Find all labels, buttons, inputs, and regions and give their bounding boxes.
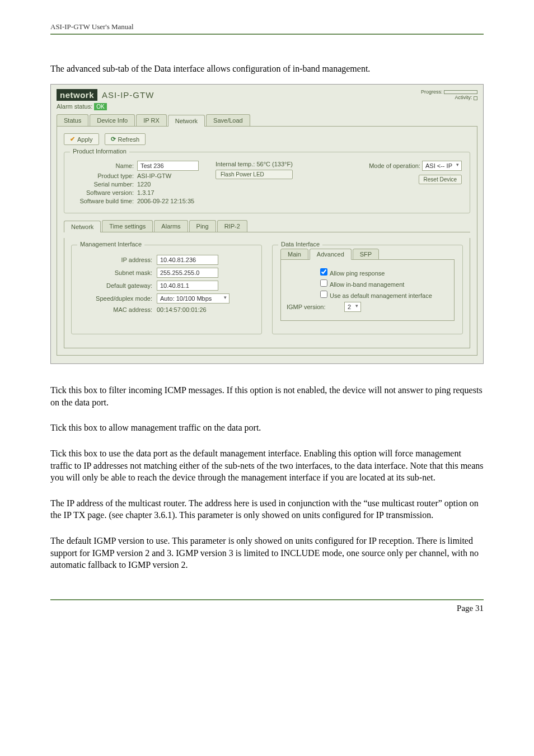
speed-label: Speed/duplex mode: (79, 295, 152, 302)
page-number: Page 31 (457, 604, 484, 613)
check-icon: ✔ (70, 136, 75, 143)
mgmt-legend: Management Interface (77, 241, 144, 248)
app-screenshot: network ASI-IP-GTW Progress: Activity: A… (50, 84, 484, 365)
sw-value: 1.3.17 (137, 189, 154, 196)
apply-button[interactable]: ✔Apply (64, 133, 99, 145)
product-info-fieldset: Product Information Name: Product type:A… (64, 152, 470, 213)
alarm-status-badge: OK (94, 103, 106, 110)
activity-label: Activity: (455, 95, 472, 100)
ip-input[interactable] (157, 255, 218, 265)
gw-label: Default gateway: (79, 282, 152, 289)
build-value: 2006-09-22 12:15:35 (137, 198, 194, 204)
manual-title: ASI-IP-GTW User's Manual (50, 22, 134, 31)
allow-ping-checkbox[interactable] (320, 268, 327, 276)
para-igmp: The default IGMP version to use. This pa… (50, 535, 484, 571)
serial-label: Serial number: (72, 181, 134, 188)
alarm-label: Alarm status: (57, 103, 92, 110)
tab-ip-rx[interactable]: IP RX (136, 114, 167, 126)
data-if-legend: Data Interface (278, 241, 322, 248)
subtab-time-settings[interactable]: Time settings (102, 220, 153, 232)
allow-inband-label: Allow in-band management (330, 281, 404, 288)
para-allow-inband: Tick this box to allow management traffi… (50, 422, 484, 434)
mac-value: 00:14:57:00:01:26 (157, 306, 207, 313)
temp-value: 56°C (133°F) (256, 161, 292, 167)
gw-input[interactable] (157, 281, 218, 291)
data-tab-main[interactable]: Main (280, 249, 308, 260)
tab-device-info[interactable]: Device Info (90, 114, 135, 126)
product-info-legend: Product Information (70, 148, 129, 155)
use-default-label: Use as default management interface (330, 292, 432, 299)
mode-label: Mode of operation: (369, 162, 420, 169)
use-default-checkbox[interactable] (320, 291, 327, 298)
ip-label: IP address: (79, 256, 152, 263)
name-label: Name: (72, 162, 134, 169)
mac-label: MAC address: (79, 306, 152, 313)
temp-label: Internal temp.: (216, 161, 255, 167)
mask-input[interactable] (157, 268, 218, 278)
sub-tab-strip: Network Time settings Alarms Ping RIP-2 (64, 220, 470, 232)
type-label: Product type: (72, 172, 134, 179)
allow-inband-checkbox[interactable] (320, 279, 327, 287)
para-use-default: Tick this box to use the data port as th… (50, 447, 484, 484)
refresh-label: Refresh (118, 136, 140, 143)
subtab-alarms[interactable]: Alarms (154, 220, 188, 232)
activity-indicator (474, 96, 477, 100)
allow-ping-label: Allow ping response (330, 270, 385, 277)
tab-network[interactable]: Network (168, 115, 205, 127)
subtab-rip2[interactable]: RIP-2 (217, 220, 247, 232)
mode-select[interactable]: ASI <-- IP (422, 161, 462, 171)
serial-value: 1220 (137, 181, 151, 188)
page-header: ASI-IP-GTW User's Manual (50, 22, 484, 35)
tab-save-load[interactable]: Save/Load (206, 114, 250, 126)
apply-label: Apply (77, 136, 93, 143)
mask-label: Subnet mask: (79, 269, 152, 276)
type-value: ASI-IP-GTW (137, 172, 171, 179)
para-allow-ping: Tick this box to filter incoming ICMP me… (50, 384, 484, 408)
name-input[interactable] (137, 161, 199, 171)
page-footer: Page 31 (50, 599, 484, 613)
flash-led-button[interactable]: Flash Power LED (216, 170, 293, 179)
para-multicast: The IP address of the multicast router. … (50, 497, 484, 521)
build-label: Software build time: (72, 198, 134, 204)
data-advanced-pane: Allow ping response Allow in-band manage… (280, 259, 455, 321)
data-tab-advanced[interactable]: Advanced (310, 249, 352, 260)
brand-badge: network (57, 89, 97, 101)
mgmt-interface-fieldset: Management Interface IP address: Subnet … (71, 245, 262, 334)
intro-paragraph: The advanced sub-tab of the Data interfa… (50, 63, 484, 75)
data-interface-fieldset: Data Interface Main Advanced SFP Allow p… (272, 245, 463, 334)
sub-network-pane: Management Interface IP address: Subnet … (64, 238, 470, 348)
data-tab-sfp[interactable]: SFP (353, 249, 379, 260)
refresh-icon: ⟳ (111, 136, 116, 143)
igmp-select[interactable]: 2 (344, 302, 361, 312)
tab-status[interactable]: Status (57, 114, 88, 126)
progress-label: Progress: (421, 89, 443, 95)
speed-select[interactable]: Auto: 10/100 Mbps (157, 293, 229, 304)
subtab-ping[interactable]: Ping (189, 220, 216, 232)
progress-bar (444, 90, 477, 94)
network-pane: ✔Apply ⟳Refresh Product Information Name… (57, 127, 477, 356)
model-label: ASI-IP-GTW (102, 90, 154, 100)
main-tab-strip: Status Device Info IP RX Network Save/Lo… (57, 114, 477, 127)
reset-device-button[interactable]: Reset Device (419, 175, 462, 184)
refresh-button[interactable]: ⟳Refresh (105, 133, 146, 145)
igmp-label: IGMP version: (287, 304, 340, 310)
sw-label: Software version: (72, 189, 134, 196)
subtab-network[interactable]: Network (64, 221, 101, 232)
